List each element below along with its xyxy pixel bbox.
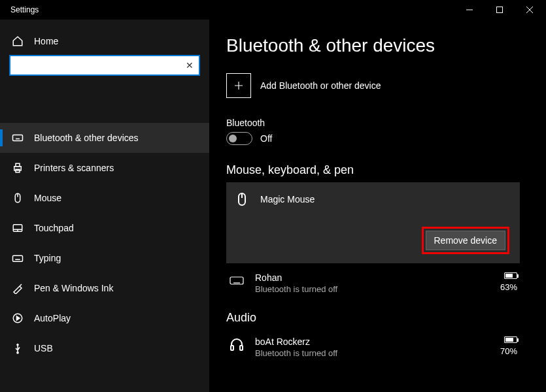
sidebar-item-bluetooth[interactable]: Bluetooth & other devices [0, 123, 209, 153]
sidebar: Home ✕ Bluetooth & other devices Printer… [0, 20, 209, 392]
window-title: Settings [10, 5, 39, 14]
battery-percent: 70% [500, 346, 517, 356]
svg-rect-13 [240, 346, 243, 350]
svg-rect-0 [497, 7, 503, 13]
nav-label: USB [34, 343, 53, 353]
sidebar-item-printers[interactable]: Printers & scanners [0, 153, 209, 183]
device-banner-placeholder [0, 89, 209, 123]
headphones-icon [229, 336, 245, 352]
mouse-icon [234, 191, 250, 207]
add-device-label: Add Bluetooth or other device [260, 80, 381, 91]
sidebar-item-home[interactable]: Home [0, 29, 209, 54]
pen-icon [12, 282, 24, 294]
bluetooth-state: Off [260, 133, 272, 144]
maximize-button[interactable] [485, 0, 515, 20]
page-title: Bluetooth & other devices [226, 35, 520, 56]
sidebar-item-pen[interactable]: Pen & Windows Ink [0, 273, 209, 303]
printer-icon [12, 162, 24, 174]
plus-icon [226, 73, 251, 98]
remove-device-button[interactable]: Remove device [426, 231, 506, 250]
search-input-wrap[interactable]: ✕ [9, 55, 200, 76]
sidebar-item-touchpad[interactable]: Touchpad [0, 213, 209, 243]
nav-label: Touchpad [34, 223, 74, 233]
nav-label: Mouse [34, 193, 61, 203]
window-controls [454, 0, 545, 20]
titlebar: Settings [0, 0, 546, 20]
autoplay-icon [12, 312, 24, 324]
home-icon [12, 35, 24, 47]
nav-label: Pen & Windows Ink [34, 283, 113, 293]
keyboard-icon [229, 272, 245, 288]
usb-icon [12, 342, 24, 354]
battery-icon [504, 336, 517, 343]
minimize-button[interactable] [454, 0, 485, 20]
sidebar-item-typing[interactable]: Typing [0, 243, 209, 273]
sidebar-item-mouse[interactable]: Mouse [0, 183, 209, 213]
close-button[interactable] [515, 0, 545, 20]
device-item[interactable]: Rohan Bluetooth is turned off 63% [226, 266, 520, 299]
svg-rect-12 [231, 346, 233, 350]
nav-label: AutoPlay [34, 313, 71, 323]
keyboard-icon [12, 132, 24, 144]
section-header-mkp: Mouse, keyboard, & pen [226, 163, 520, 177]
content-area: Bluetooth & other devices Add Bluetooth … [209, 20, 546, 392]
svg-rect-7 [13, 255, 23, 261]
device-status: Bluetooth is turned off [255, 348, 490, 358]
sidebar-item-autoplay[interactable]: AutoPlay [0, 303, 209, 333]
svg-rect-1 [13, 135, 23, 141]
home-label: Home [34, 36, 58, 46]
device-name: Rohan [255, 272, 490, 283]
add-device-button[interactable]: Add Bluetooth or other device [226, 73, 520, 98]
battery-percent: 63% [500, 282, 517, 292]
device-name: boAt Rockerz [255, 336, 490, 347]
touchpad-icon [12, 222, 24, 234]
section-header-audio: Audio [226, 311, 520, 325]
mouse-icon [12, 192, 24, 204]
bluetooth-label: Bluetooth [226, 118, 520, 128]
search-input[interactable] [16, 61, 186, 71]
svg-point-9 [17, 352, 18, 353]
sidebar-item-usb[interactable]: USB [0, 333, 209, 363]
device-item[interactable]: boAt Rockerz Bluetooth is turned off 70% [226, 330, 520, 363]
device-item-selected[interactable]: Magic Mouse Remove device [226, 182, 520, 263]
battery-icon [504, 272, 517, 279]
device-name: Magic Mouse [260, 194, 315, 204]
nav-label: Typing [34, 253, 61, 263]
clear-icon[interactable]: ✕ [186, 60, 194, 71]
nav-label: Printers & scanners [34, 163, 114, 173]
bluetooth-toggle[interactable] [226, 132, 252, 145]
typing-icon [12, 252, 24, 264]
svg-rect-3 [16, 163, 20, 167]
device-status: Bluetooth is turned off [255, 284, 490, 294]
nav-label: Bluetooth & other devices [34, 133, 139, 143]
tutorial-highlight: Remove device [422, 227, 510, 254]
